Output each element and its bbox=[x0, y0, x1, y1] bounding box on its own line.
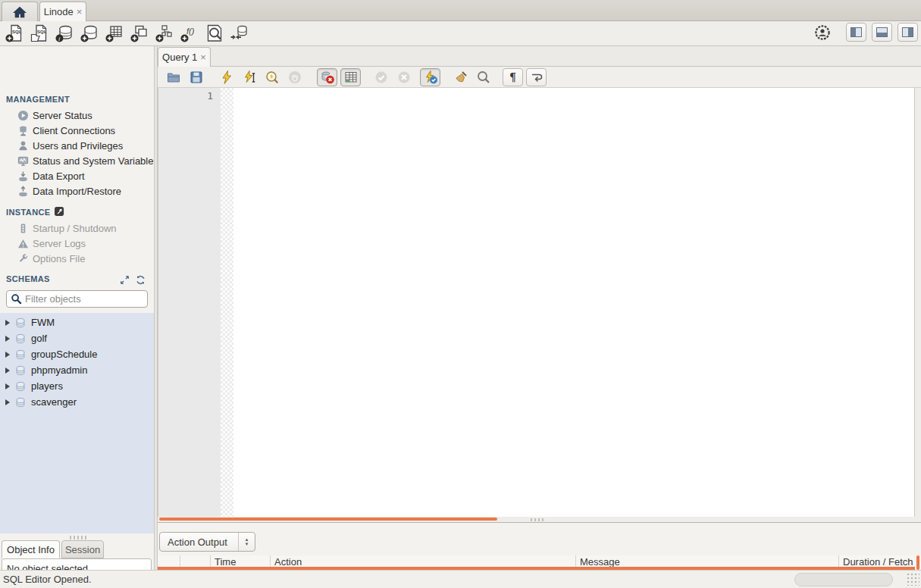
sidebar-item-server-logs[interactable]: Server Logs bbox=[0, 236, 154, 251]
execute-current-icon[interactable] bbox=[238, 68, 261, 86]
management-heading: MANAGEMENT bbox=[6, 95, 70, 104]
connection-tab-close-icon[interactable]: × bbox=[77, 6, 83, 17]
refresh-schemas-icon[interactable] bbox=[136, 275, 146, 285]
new-connection-icon[interactable] bbox=[77, 23, 102, 44]
window-tabbar: Linode × bbox=[0, 0, 921, 21]
schema-filter-input[interactable] bbox=[25, 293, 139, 305]
toggle-autocommit-button[interactable] bbox=[420, 68, 440, 86]
search-objects-icon[interactable] bbox=[202, 23, 227, 44]
column-label: Message bbox=[580, 556, 620, 568]
new-routine-icon[interactable] bbox=[152, 23, 177, 44]
tab-session[interactable]: Session bbox=[61, 540, 104, 558]
column-row-icon[interactable] bbox=[158, 555, 180, 568]
toggle-left-sidebar-button[interactable] bbox=[846, 23, 866, 42]
new-view-icon[interactable] bbox=[127, 23, 152, 44]
options-file-icon bbox=[17, 253, 29, 264]
home-tab[interactable] bbox=[2, 2, 38, 21]
schema-row-players[interactable]: players bbox=[0, 378, 154, 394]
schema-icon bbox=[15, 381, 26, 392]
client-connections-icon bbox=[17, 125, 29, 136]
output-view-selector[interactable]: Action Output ▲ ▼ bbox=[159, 532, 255, 552]
schema-icon bbox=[15, 397, 26, 408]
expander-icon[interactable] bbox=[5, 336, 10, 342]
find-icon[interactable] bbox=[472, 68, 495, 86]
expand-schemas-icon[interactable] bbox=[120, 275, 130, 285]
schema-row-scavenger[interactable]: scavenger bbox=[0, 394, 154, 410]
resize-grip[interactable] bbox=[907, 573, 919, 586]
connection-info-icon[interactable]: i bbox=[52, 23, 77, 44]
column-index[interactable] bbox=[180, 555, 211, 568]
limit-rows-button[interactable] bbox=[340, 68, 361, 86]
sql-editor[interactable]: 1 bbox=[158, 88, 915, 517]
schemas-heading-label: SCHEMAS bbox=[6, 274, 50, 283]
schema-row-fwm[interactable]: FWM bbox=[0, 314, 154, 330]
save-icon[interactable] bbox=[185, 68, 208, 86]
status-progress-pill bbox=[794, 573, 893, 586]
column-action[interactable]: Action bbox=[271, 555, 576, 568]
column-duration-fetch[interactable]: Duration / Fetch bbox=[839, 555, 915, 568]
tab-object-info[interactable]: Object Info bbox=[2, 540, 60, 558]
connection-tab[interactable]: Linode × bbox=[39, 2, 86, 21]
column-message[interactable]: Message bbox=[576, 555, 839, 568]
show-invisibles-button[interactable]: ¶ bbox=[503, 68, 523, 86]
output-vscrollbar[interactable] bbox=[916, 555, 919, 570]
schema-row-groupschedule[interactable]: groupSchedule bbox=[0, 346, 154, 362]
column-time[interactable]: Time bbox=[211, 555, 271, 568]
autocommit-icon bbox=[423, 70, 438, 85]
explain-icon[interactable] bbox=[261, 68, 284, 86]
sidebar-item-server-status[interactable]: Server Status bbox=[0, 108, 154, 123]
commit-icon[interactable] bbox=[370, 68, 393, 86]
expander-icon[interactable] bbox=[5, 368, 10, 374]
sidebar-item-label: Status and System Variables bbox=[33, 155, 154, 167]
sidebar-item-system-variables[interactable]: Status and System Variables bbox=[0, 153, 154, 168]
rollback-icon[interactable] bbox=[393, 68, 415, 86]
tab-query-1[interactable]: Query 1 × bbox=[158, 47, 211, 67]
startup-shutdown-icon bbox=[17, 223, 29, 234]
sidebar-item-label: Server Status bbox=[33, 110, 92, 121]
reconnect-db-icon[interactable] bbox=[227, 23, 252, 44]
sidebar-item-data-import[interactable]: Data Import/Restore bbox=[0, 183, 154, 199]
open-sql-script-icon[interactable]: SQL bbox=[27, 23, 52, 44]
open-file-icon[interactable] bbox=[162, 68, 185, 86]
new-function-icon[interactable]: f() bbox=[177, 23, 202, 44]
data-export-icon bbox=[17, 170, 29, 182]
expander-icon[interactable] bbox=[5, 352, 10, 358]
bottom-panel-icon bbox=[876, 27, 888, 37]
toggle-wrap-button[interactable] bbox=[526, 68, 547, 86]
tab-label: Object Info bbox=[7, 544, 55, 555]
expander-icon[interactable] bbox=[5, 399, 10, 405]
toggle-bottom-panel-button[interactable] bbox=[872, 23, 892, 42]
sidebar-item-options-file[interactable]: Options File bbox=[0, 251, 154, 266]
toggle-stop-on-error-button[interactable] bbox=[317, 68, 337, 86]
output-splitter-grip-top[interactable] bbox=[531, 518, 544, 521]
query-tab-close-icon[interactable]: × bbox=[200, 52, 206, 63]
execute-icon[interactable] bbox=[215, 68, 238, 86]
sidebar-item-startup-shutdown[interactable]: Startup / Shutdown bbox=[0, 220, 154, 236]
stop-icon[interactable] bbox=[284, 68, 306, 86]
editor-text-area[interactable] bbox=[233, 88, 914, 517]
sidebar-item-data-export[interactable]: Data Export bbox=[0, 168, 154, 183]
connection-tab-label: Linode bbox=[44, 6, 74, 17]
expander-icon[interactable] bbox=[5, 383, 10, 389]
sidebar-item-users-privileges[interactable]: Users and Privileges bbox=[0, 138, 154, 153]
new-table-icon[interactable] bbox=[102, 23, 127, 44]
wb-central-icon[interactable] bbox=[813, 23, 832, 42]
column-label: Time bbox=[215, 556, 236, 568]
schema-row-phpmyadmin[interactable]: phpmyadmin bbox=[0, 362, 154, 378]
combo-spinner-icon: ▲ ▼ bbox=[238, 533, 255, 551]
toggle-right-sidebar-button[interactable] bbox=[898, 23, 918, 42]
editor-hscrollbar[interactable] bbox=[159, 518, 497, 521]
mysql-workbench-window: Linode × SQL SQL i bbox=[0, 0, 921, 588]
beautify-icon[interactable] bbox=[450, 68, 472, 86]
sidebar-item-client-connections[interactable]: Client Connections bbox=[0, 123, 154, 138]
output-table-header: Time Action Message Duration / Fetch bbox=[158, 555, 915, 568]
new-sql-tab-icon[interactable]: SQL bbox=[2, 23, 27, 44]
left-panel-icon bbox=[851, 27, 862, 37]
sidebar-splitter-grip[interactable] bbox=[70, 536, 86, 540]
schema-icon bbox=[15, 349, 26, 360]
schemas-heading-actions bbox=[120, 275, 146, 285]
home-icon bbox=[11, 5, 28, 19]
expander-icon[interactable] bbox=[5, 320, 10, 326]
svg-text:SQL: SQL bbox=[12, 30, 22, 34]
schema-row-golf[interactable]: golf bbox=[0, 330, 154, 346]
